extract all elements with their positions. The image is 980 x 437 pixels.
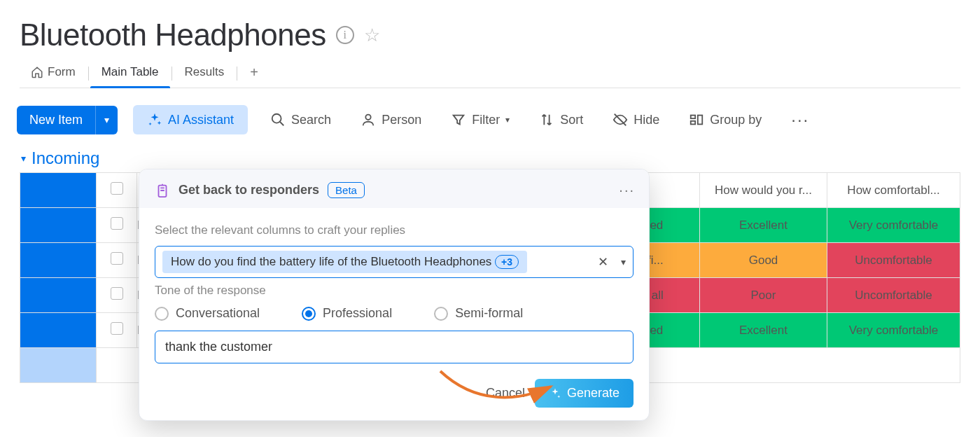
new-item-dropdown[interactable]: ▾: [95, 106, 118, 134]
tone-professional[interactable]: Professional: [302, 306, 392, 321]
select-all[interactable]: [97, 173, 137, 208]
filter-icon: [451, 112, 466, 127]
comfort-cell[interactable]: Very comfortable: [827, 208, 960, 243]
star-icon[interactable]: ☆: [364, 25, 380, 46]
svg-point-0: [272, 114, 281, 123]
row-checkbox[interactable]: [97, 243, 137, 278]
beta-badge: Beta: [328, 182, 365, 198]
tone-conversational[interactable]: Conversational: [155, 306, 260, 321]
popover-header: Get back to responders Beta ···: [139, 169, 649, 208]
rating-column-header[interactable]: How would you r...: [700, 173, 827, 208]
rating-cell[interactable]: Excellent: [700, 208, 827, 243]
rating-cell[interactable]: Good: [700, 243, 827, 278]
page-header: Bluetooth Headphones i ☆: [20, 18, 960, 53]
tab-main-table[interactable]: Main Table: [90, 60, 170, 88]
person-button[interactable]: Person: [354, 108, 428, 132]
chevron-down-icon[interactable]: ▾: [614, 256, 626, 268]
svg-rect-5: [691, 121, 695, 125]
person-label: Person: [382, 113, 421, 127]
rating-cell[interactable]: Poor: [700, 278, 827, 313]
svg-rect-4: [691, 116, 695, 119]
home-icon: [31, 66, 43, 78]
popover-more-button[interactable]: ···: [619, 182, 635, 198]
hide-button[interactable]: Hide: [606, 108, 666, 132]
generate-button[interactable]: Generate: [535, 379, 634, 408]
sort-label: Sort: [560, 113, 583, 127]
sort-button[interactable]: Sort: [532, 108, 590, 132]
row-checkbox[interactable]: [97, 313, 137, 348]
chevron-down-icon: ▾: [21, 153, 26, 164]
hide-label: Hide: [634, 113, 659, 127]
new-item-main[interactable]: New Item: [17, 106, 95, 134]
toolbar: New Item ▾ AI Assistant Search Person Fi…: [17, 105, 960, 134]
more-button[interactable]: ···: [784, 106, 816, 134]
column-selector[interactable]: How do you find the battery life of the …: [155, 246, 634, 278]
group-by-icon: [689, 112, 704, 127]
checkbox-icon: [111, 322, 123, 335]
comfort-cell[interactable]: Uncomfortable: [827, 243, 960, 278]
checkbox-icon: [111, 287, 123, 300]
rating-cell[interactable]: Excellent: [700, 313, 827, 348]
tab-form[interactable]: Form: [20, 60, 87, 88]
search-button[interactable]: Search: [263, 108, 338, 132]
svg-line-1: [280, 122, 284, 126]
svg-rect-6: [698, 116, 702, 125]
radio-label: Semi-formal: [455, 306, 523, 321]
popover-body: Select the relevant columns to craft you…: [139, 208, 649, 363]
search-icon: [270, 112, 286, 127]
hide-icon: [612, 112, 628, 127]
person-icon: [360, 112, 376, 127]
tab-results[interactable]: Results: [174, 60, 236, 88]
radio-label: Conversational: [176, 306, 260, 321]
selected-column-chip[interactable]: How do you find the battery life of the …: [162, 251, 527, 273]
sort-icon: [539, 112, 554, 127]
tone-semi-formal[interactable]: Semi-formal: [434, 306, 523, 321]
filter-button[interactable]: Filter ▾: [444, 108, 517, 132]
filter-label: Filter: [472, 113, 500, 127]
sparkle-icon: [147, 112, 162, 127]
group-color-bar: [20, 208, 97, 243]
add-tab-button[interactable]: +: [239, 64, 270, 81]
ai-sparkle-icon: [155, 183, 170, 198]
ai-assistant-popover: Get back to responders Beta ··· Select t…: [139, 169, 650, 421]
tone-label: Tone of the response: [155, 284, 634, 298]
tab-separator: [88, 67, 89, 81]
comfort-column-header[interactable]: How comfortabl...: [827, 173, 960, 208]
tab-results-label: Results: [185, 65, 225, 79]
checkbox-icon: [111, 252, 123, 265]
generate-label: Generate: [567, 386, 620, 401]
tab-main-label: Main Table: [102, 65, 159, 79]
svg-point-2: [365, 115, 370, 120]
tab-separator: [237, 67, 237, 81]
group-header[interactable]: ▾ Incoming: [21, 148, 960, 168]
clear-selection-icon[interactable]: ✕: [598, 254, 608, 270]
generate-sparkle-icon: [549, 387, 561, 400]
checkbox-icon: [111, 217, 123, 230]
comfort-cell[interactable]: Uncomfortable: [827, 278, 960, 313]
more-count-pill: +3: [495, 255, 519, 269]
group-color-bar: [20, 313, 97, 348]
group-by-button[interactable]: Group by: [682, 108, 769, 132]
page-title: Bluetooth Headphones: [20, 18, 326, 53]
comfort-cell[interactable]: Very comfortable: [827, 313, 960, 348]
group-name: Incoming: [31, 148, 99, 168]
row-checkbox[interactable]: [97, 208, 137, 243]
radio-label: Professional: [323, 306, 392, 321]
new-item-button[interactable]: New Item ▾: [17, 106, 118, 134]
checkbox-icon: [111, 182, 123, 195]
info-icon[interactable]: i: [336, 26, 354, 44]
chip-text: How do you find the battery life of the …: [171, 255, 491, 268]
chevron-down-icon: ▾: [505, 115, 510, 125]
popover-title: Get back to responders: [178, 183, 319, 197]
group-color-bar: [20, 243, 97, 278]
cancel-button[interactable]: Cancel: [486, 386, 525, 401]
group-color-bar: [20, 278, 97, 313]
tone-radio-group: Conversational Professional Semi-formal: [155, 306, 634, 321]
tab-separator: [172, 67, 172, 81]
prompt-input[interactable]: [155, 331, 634, 363]
ai-assistant-button[interactable]: AI Assistant: [133, 105, 248, 134]
row-checkbox[interactable]: [97, 278, 137, 313]
group-color-bar: [20, 173, 97, 208]
view-tabs: Form Main Table Results +: [20, 60, 960, 88]
tab-form-label: Form: [48, 65, 76, 79]
